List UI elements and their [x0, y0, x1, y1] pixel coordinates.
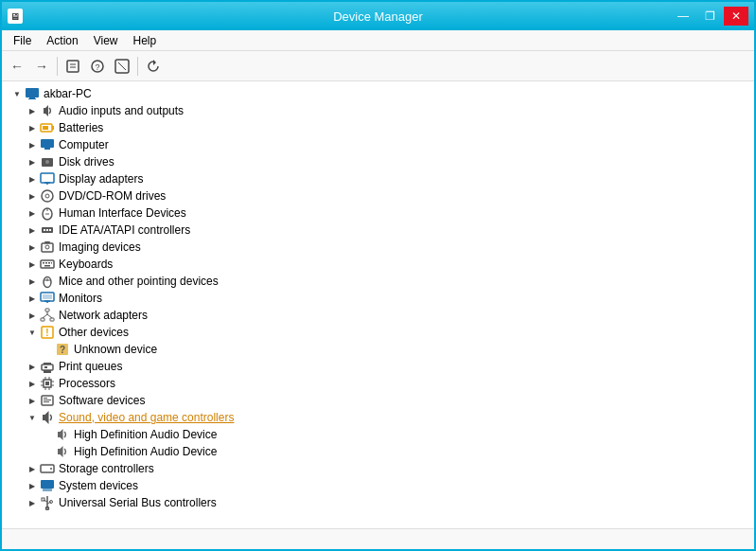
expander-software[interactable] [25, 393, 40, 408]
expander-storage[interactable] [25, 461, 40, 476]
tree-node-hd-audio-1[interactable]: High Definition Audio Device [2, 426, 754, 443]
expander-other[interactable] [25, 325, 40, 340]
minimize-button[interactable]: — [671, 7, 695, 26]
tree-node-unknown[interactable]: ? Unknown device [2, 341, 754, 358]
expander-sound[interactable] [25, 410, 40, 425]
svg-rect-37 [51, 262, 52, 264]
tree-node-disk[interactable]: Disk drives [2, 153, 754, 170]
expander-imaging[interactable] [25, 240, 40, 255]
expander-audio[interactable] [25, 103, 40, 118]
label-disk: Disk drives [59, 155, 114, 169]
tree-node-ide[interactable]: IDE ATA/ATAPI controllers [2, 222, 754, 239]
label-sound: Sound, video and game controllers [59, 411, 234, 424]
expander-dvd[interactable] [25, 188, 40, 204]
expander-root[interactable] [9, 86, 25, 101]
expander-hd-audio-2 [40, 444, 55, 459]
icon-dvd [40, 188, 55, 204]
tree-node-batteries[interactable]: Batteries [2, 119, 754, 136]
label-usb: Universal Serial Bus controllers [59, 496, 217, 509]
tree-node-keyboards[interactable]: Keyboards [2, 256, 754, 273]
scan-button[interactable] [111, 55, 133, 78]
svg-rect-10 [28, 98, 36, 99]
title-controls: — ❐ ✕ [671, 7, 748, 26]
icon-ide [40, 222, 55, 238]
svg-marker-7 [153, 60, 156, 65]
tree-node-display[interactable]: Display adapters [2, 170, 754, 187]
toolbar: ← → ? [2, 51, 754, 81]
label-unknown: Unknown device [74, 343, 157, 356]
tree-node-mice[interactable]: Mice and other pointing devices [2, 273, 754, 290]
svg-rect-57 [44, 363, 51, 364]
tree-node-other[interactable]: ! Other devices [2, 324, 754, 341]
icon-unknown: ? [55, 342, 70, 357]
svg-rect-13 [43, 126, 48, 130]
expander-computer[interactable] [25, 137, 40, 152]
expander-print[interactable] [25, 359, 40, 374]
expander-ide[interactable] [25, 222, 40, 238]
label-system: System devices [59, 479, 138, 492]
expander-usb[interactable] [25, 495, 40, 510]
svg-text:!: ! [45, 328, 48, 338]
svg-rect-48 [50, 318, 54, 321]
properties-button[interactable] [62, 55, 84, 78]
icon-battery [40, 120, 55, 135]
tree-node-audio[interactable]: Audio inputs and outputs [2, 102, 754, 119]
expander-mice[interactable] [25, 274, 40, 289]
forward-button[interactable]: → [30, 55, 53, 78]
tree-node-network[interactable]: Network adapters [2, 307, 754, 324]
label-storage: Storage controllers [59, 462, 154, 475]
back-button[interactable]: ← [6, 55, 28, 78]
expander-hid[interactable] [25, 205, 40, 221]
svg-rect-61 [45, 382, 49, 385]
expander-display[interactable] [25, 171, 40, 187]
svg-rect-80 [42, 498, 44, 501]
tree-node-hid[interactable]: Human Interface Devices [2, 204, 754, 222]
expander-processors[interactable] [25, 376, 40, 391]
svg-rect-36 [48, 262, 50, 264]
menu-action[interactable]: Action [39, 33, 85, 48]
label-other: Other devices [59, 326, 129, 339]
expander-monitors[interactable] [25, 291, 40, 306]
expander-system[interactable] [25, 478, 40, 493]
close-button[interactable]: ✕ [724, 7, 748, 26]
label-hd-audio-2: High Definition Audio Device [74, 445, 217, 458]
device-tree[interactable]: akbar-PC Audio inputs and outputs Batter… [2, 81, 754, 528]
status-bar [2, 528, 754, 549]
icon-mouse [40, 274, 55, 289]
svg-rect-46 [45, 309, 49, 311]
tree-node-storage[interactable]: Storage controllers [2, 460, 754, 477]
expander-network[interactable] [25, 308, 40, 323]
svg-rect-59 [44, 366, 47, 368]
svg-rect-30 [42, 243, 53, 252]
svg-rect-71 [44, 398, 47, 399]
tree-node-imaging[interactable]: Imaging devices [2, 239, 754, 256]
label-display: Display adapters [59, 172, 143, 186]
tree-node-root[interactable]: akbar-PC [2, 85, 754, 102]
content-area: akbar-PC Audio inputs and outputs Batter… [2, 81, 754, 528]
tree-node-usb[interactable]: Universal Serial Bus controllers [2, 494, 754, 511]
tree-node-processors[interactable]: Processors [2, 375, 754, 392]
menu-view[interactable]: View [86, 33, 126, 48]
svg-rect-38 [44, 265, 50, 267]
expander-batteries[interactable] [25, 120, 40, 135]
expander-disk[interactable] [25, 154, 40, 169]
expander-hd-audio-1 [40, 427, 55, 442]
tree-node-software[interactable]: Software devices [2, 392, 754, 409]
menu-file[interactable]: File [6, 33, 39, 48]
svg-rect-0 [67, 61, 79, 72]
tree-node-sound[interactable]: Sound, video and game controllers [2, 409, 754, 426]
help-button[interactable]: ? [86, 55, 109, 78]
refresh-button[interactable] [142, 55, 165, 78]
tree-node-computer[interactable]: Computer [2, 136, 754, 153]
tree-node-monitors[interactable]: Monitors [2, 290, 754, 307]
expander-keyboards[interactable] [25, 257, 40, 272]
svg-rect-12 [52, 126, 54, 130]
tree-node-print[interactable]: Print queues [2, 358, 754, 375]
svg-rect-27 [44, 229, 45, 231]
restore-button[interactable]: ❐ [697, 7, 722, 26]
tree-node-hd-audio-2[interactable]: High Definition Audio Device [2, 443, 754, 460]
menu-help[interactable]: Help [126, 33, 165, 48]
tree-node-system[interactable]: System devices [2, 477, 754, 494]
icon-hd-audio-1 [55, 427, 70, 442]
tree-node-dvd[interactable]: DVD/CD-ROM drives [2, 187, 754, 204]
